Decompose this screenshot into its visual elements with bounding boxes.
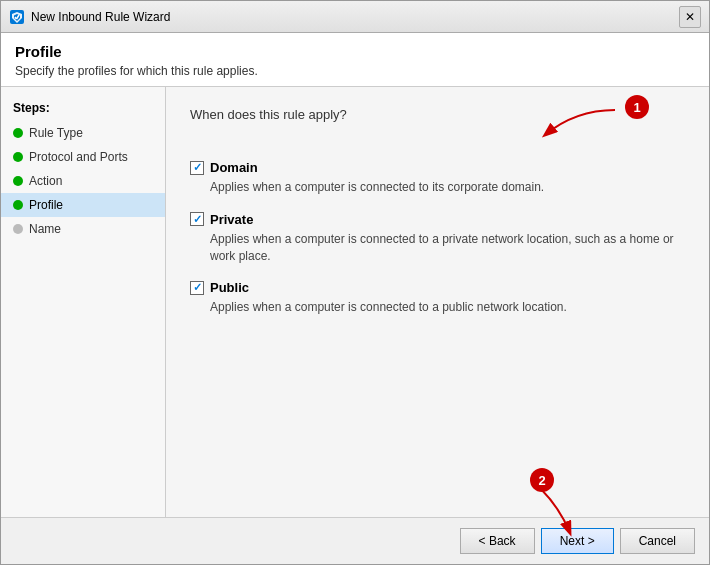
annotation-circle-1: 1 [625, 95, 649, 119]
wizard-window: New Inbound Rule Wizard ✕ Profile Specif… [0, 0, 710, 565]
page-subtitle: Specify the profiles for which this rule… [15, 64, 695, 78]
option-private: Private Applies when a computer is conne… [190, 212, 685, 265]
annotation-arrow-1 [535, 105, 625, 145]
step-dot-protocol-ports [13, 152, 23, 162]
option-domain: Domain Applies when a computer is connec… [190, 160, 685, 196]
page-title: Profile [15, 43, 695, 60]
option-public: Public Applies when a computer is connec… [190, 280, 685, 316]
sidebar: Steps: Rule Type Protocol and Ports Acti… [1, 87, 166, 517]
checkbox-public[interactable] [190, 281, 204, 295]
option-desc-public: Applies when a computer is connected to … [190, 299, 685, 316]
header-area: Profile Specify the profiles for which t… [1, 33, 709, 87]
sidebar-item-rule-type[interactable]: Rule Type [1, 121, 165, 145]
option-desc-domain: Applies when a computer is connected to … [190, 179, 685, 196]
checkbox-domain[interactable] [190, 161, 204, 175]
checkbox-private[interactable] [190, 212, 204, 226]
steps-label: Steps: [1, 97, 165, 121]
option-label-public: Public [210, 280, 249, 295]
sidebar-label-profile: Profile [29, 198, 63, 212]
step-dot-action [13, 176, 23, 186]
sidebar-item-profile[interactable]: Profile [1, 193, 165, 217]
sidebar-label-action: Action [29, 174, 62, 188]
annotation-1: 1 [625, 95, 649, 119]
wizard-icon [9, 9, 25, 25]
options-container: Domain Applies when a computer is connec… [190, 160, 685, 316]
window-title: New Inbound Rule Wizard [31, 10, 170, 24]
close-button[interactable]: ✕ [679, 6, 701, 28]
title-bar: New Inbound Rule Wizard ✕ [1, 1, 709, 33]
step-dot-name [13, 224, 23, 234]
option-desc-private: Applies when a computer is connected to … [190, 231, 685, 265]
annotation-2: 2 [530, 468, 554, 492]
step-dot-profile [13, 200, 23, 210]
annotation-arrow-2 [510, 488, 590, 538]
section-question: When does this rule apply? [190, 107, 347, 122]
step-dot-rule-type [13, 128, 23, 138]
sidebar-label-protocol-ports: Protocol and Ports [29, 150, 128, 164]
content-area: Steps: Rule Type Protocol and Ports Acti… [1, 87, 709, 517]
main-panel: 1 When does this rule apply? [166, 87, 709, 517]
sidebar-item-name[interactable]: Name [1, 217, 165, 241]
sidebar-label-rule-type: Rule Type [29, 126, 83, 140]
footer-area: 2 < Back Next > Cancel [1, 517, 709, 564]
sidebar-item-protocol-ports[interactable]: Protocol and Ports [1, 145, 165, 169]
option-label-domain: Domain [210, 160, 258, 175]
sidebar-item-action[interactable]: Action [1, 169, 165, 193]
cancel-button[interactable]: Cancel [620, 528, 695, 554]
sidebar-label-name: Name [29, 222, 61, 236]
option-label-private: Private [210, 212, 253, 227]
